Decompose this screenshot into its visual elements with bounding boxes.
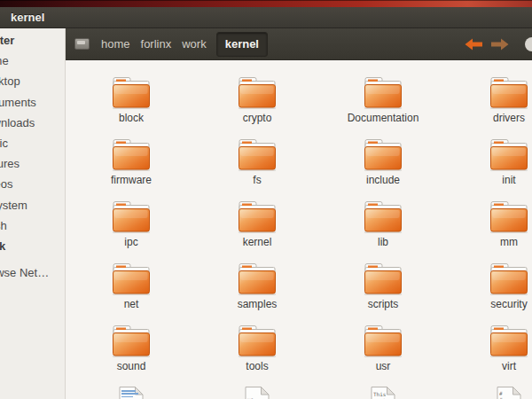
folder-icon: [237, 200, 278, 235]
folder-icon: [489, 137, 529, 173]
file-item-4[interactable]: # # Kbu: [446, 386, 532, 399]
sidebar-item-trash[interactable]: Trash: [0, 215, 65, 236]
folder-icon: [237, 262, 278, 297]
folder-icon: [363, 262, 403, 297]
sidebar-item-pictures[interactable]: Pictures: [0, 153, 65, 174]
folder-icon: [111, 200, 152, 235]
folder-item-sound[interactable]: sound: [68, 324, 194, 386]
folder-item-net[interactable]: net: [68, 262, 194, 324]
folder-item-init[interactable]: init: [446, 137, 532, 200]
folder-icon: [489, 200, 529, 235]
breadcrumb-toolbar: home forlinx work kernel: [66, 28, 532, 60]
folder-item-virt[interactable]: virt: [446, 324, 532, 386]
forward-arrow-icon[interactable]: [489, 37, 511, 51]
sidebar-item-desktop[interactable]: Desktop: [0, 71, 65, 91]
breadcrumb-forlinx[interactable]: forlinx: [137, 37, 176, 51]
file-preview-text: This contr: [373, 391, 388, 399]
folder-item-ipc[interactable]: ipc: [68, 200, 194, 262]
folder-icon: [111, 137, 152, 173]
folder-icon: [363, 137, 403, 173]
folder-icon: [489, 75, 529, 111]
folder-icon: [489, 262, 529, 297]
sidebar-item-downloads[interactable]: Downloads: [0, 113, 65, 133]
breadcrumb-work[interactable]: work: [177, 37, 210, 51]
folder-icon: [111, 75, 152, 111]
file-item-2[interactable]: NO: [194, 386, 320, 399]
sidebar-item-documents[interactable]: Documents: [0, 92, 65, 113]
file-preview-colored-lines: [121, 390, 141, 399]
back-arrow-icon[interactable]: [463, 37, 484, 51]
folder-item-scripts[interactable]: scripts: [320, 262, 446, 324]
folder-item-tools[interactable]: tools: [194, 324, 320, 386]
folder-item-firmware[interactable]: firmware: [68, 137, 194, 200]
file-item-1[interactable]: [68, 386, 194, 399]
folder-item-samples[interactable]: samples: [194, 262, 320, 324]
folder-icon: [363, 200, 403, 235]
file-preview-text: # # Kbu: [499, 390, 514, 399]
folder-item-drivers[interactable]: drivers: [446, 75, 532, 137]
folder-icon: [111, 324, 152, 359]
folder-icon: [489, 324, 529, 359]
sidebar-item-home[interactable]: Home: [0, 51, 65, 71]
folder-item-mm[interactable]: mm: [446, 200, 532, 262]
folder-icon: [363, 324, 403, 359]
folder-item-include[interactable]: include: [320, 137, 446, 200]
places-list: Computer Home Desktop Documents Download…: [0, 28, 65, 283]
sidebar-item-videos[interactable]: Videos: [0, 174, 65, 194]
sidebar-item-file-system[interactable]: File System: [0, 195, 65, 215]
folder-item-kernel[interactable]: kernel: [194, 200, 320, 262]
sidebar-item-browse-network[interactable]: Browse Net…: [0, 262, 65, 283]
folder-icon: [363, 75, 403, 111]
sidebar-item-music[interactable]: Music: [0, 133, 65, 153]
folder-icon: [237, 75, 278, 111]
file-item-3[interactable]: This contr: [320, 386, 446, 399]
folder-item-block[interactable]: block: [68, 75, 194, 137]
computer-drive-icon[interactable]: [74, 38, 90, 50]
folder-icon: [237, 324, 278, 359]
folder-item-documentation[interactable]: Documentation: [320, 75, 446, 137]
folder-icon: [111, 262, 152, 297]
folder-item-fs[interactable]: fs: [194, 137, 320, 200]
folder-item-security[interactable]: security: [446, 262, 532, 324]
titlebar: kernel: [0, 7, 532, 28]
sidebar-heading-network: Network: [0, 236, 65, 256]
folder-item-usr[interactable]: usr: [320, 324, 446, 386]
partial-circle-button[interactable]: [525, 37, 532, 51]
places-sidebar: Computer Home Desktop Documents Download…: [0, 28, 66, 399]
sidebar-heading-computer: Computer: [0, 30, 65, 51]
icon-view: block crypto Documentation drivers firmw…: [66, 60, 532, 399]
window-title: kernel: [11, 7, 44, 28]
desktop-wallpaper-strip: [0, 0, 532, 7]
folder-item-crypto[interactable]: crypto: [194, 75, 320, 137]
folder-item-lib[interactable]: lib: [320, 200, 446, 262]
breadcrumb-home[interactable]: home: [97, 37, 135, 51]
folder-icon: [237, 137, 278, 173]
breadcrumb-kernel-active[interactable]: kernel: [216, 32, 268, 57]
